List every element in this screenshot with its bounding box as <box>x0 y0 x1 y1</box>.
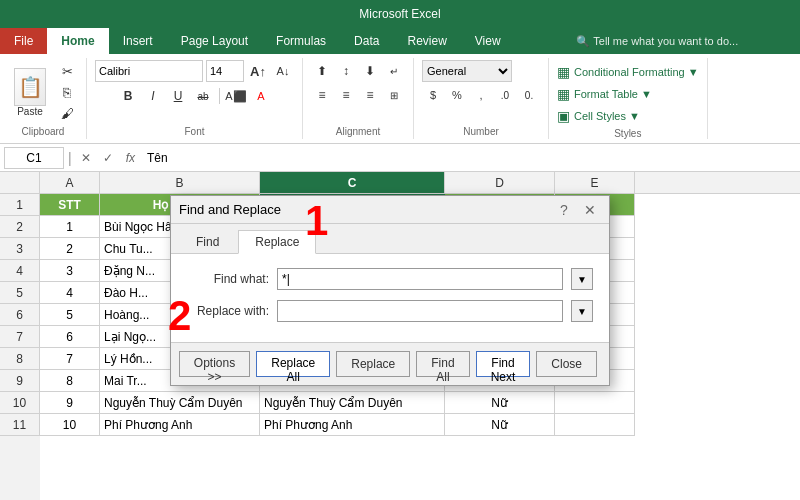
row-header-8[interactable]: 8 <box>0 348 40 370</box>
cell-styles-icon: ▣ <box>557 108 570 124</box>
tab-page-layout[interactable]: Page Layout <box>167 28 262 54</box>
tab-insert[interactable]: Insert <box>109 28 167 54</box>
cell-a10[interactable]: 9 <box>40 392 100 414</box>
dialog-tab-find[interactable]: Find <box>179 230 236 253</box>
cell-a1[interactable]: STT <box>40 194 100 216</box>
close-dialog-button[interactable]: Close <box>536 351 597 377</box>
col-header-c[interactable]: C <box>260 172 445 193</box>
cell-reference-input[interactable] <box>4 147 64 169</box>
find-dropdown-button[interactable]: ▼ <box>571 268 593 290</box>
dialog-close-button[interactable]: ✕ <box>579 199 601 221</box>
merge-center-button[interactable]: ⊞ <box>383 84 405 106</box>
tab-file[interactable]: File <box>0 28 47 54</box>
tab-review[interactable]: Review <box>393 28 460 54</box>
font-row-1: A↑ A↓ <box>95 60 294 82</box>
font-name-input[interactable] <box>95 60 203 82</box>
ribbon-tabs: File Home Insert Page Layout Formulas Da… <box>0 28 800 54</box>
row-header-2[interactable]: 2 <box>0 216 40 238</box>
dialog-help-button[interactable]: ? <box>553 199 575 221</box>
currency-button[interactable]: $ <box>422 84 444 106</box>
tab-formulas[interactable]: Formulas <box>262 28 340 54</box>
copy-button[interactable]: ⎘ <box>56 82 78 102</box>
row-header-5[interactable]: 5 <box>0 282 40 304</box>
table-row: 9 Nguyễn Thuỳ Cẩm Duyên Nguyễn Thuỳ Cẩm … <box>40 392 800 414</box>
number-format-select[interactable]: General <box>422 60 512 82</box>
cell-a3[interactable]: 2 <box>40 238 100 260</box>
decrease-decimal-button[interactable]: 0. <box>518 84 540 106</box>
cell-a9[interactable]: 8 <box>40 370 100 392</box>
cell-d11[interactable]: Nữ <box>445 414 555 436</box>
align-left-button[interactable]: ≡ <box>311 84 333 106</box>
cell-styles-button[interactable]: ▣ Cell Styles ▼ <box>555 106 701 126</box>
tab-home[interactable]: Home <box>47 28 108 54</box>
row-header-11[interactable]: 11 <box>0 414 40 436</box>
replace-all-button[interactable]: Replace All <box>256 351 330 377</box>
find-all-button[interactable]: Find All <box>416 351 469 377</box>
cell-a2[interactable]: 1 <box>40 216 100 238</box>
align-center-button[interactable]: ≡ <box>335 84 357 106</box>
align-middle-button[interactable]: ↕ <box>335 60 357 82</box>
cell-a6[interactable]: 5 <box>40 304 100 326</box>
decrease-font-button[interactable]: A↓ <box>272 60 294 82</box>
increase-decimal-button[interactable]: .0 <box>494 84 516 106</box>
cell-a11[interactable]: 10 <box>40 414 100 436</box>
cut-button[interactable]: ✂ <box>56 61 78 81</box>
cell-a8[interactable]: 7 <box>40 348 100 370</box>
underline-button[interactable]: U <box>167 85 189 107</box>
align-right-button[interactable]: ≡ <box>359 84 381 106</box>
increase-font-button[interactable]: A↑ <box>247 60 269 82</box>
cell-d10[interactable]: Nữ <box>445 392 555 414</box>
wrap-text-button[interactable]: ↵ <box>383 60 405 82</box>
conditional-formatting-button[interactable]: ▦ Conditional Formatting ▼ <box>555 62 701 82</box>
tab-data[interactable]: Data <box>340 28 393 54</box>
cell-c10[interactable]: Nguyễn Thuỳ Cẩm Duyên <box>260 392 445 414</box>
cell-e10[interactable] <box>555 392 635 414</box>
cancel-formula-icon[interactable]: ✕ <box>76 148 96 168</box>
paste-button[interactable]: 📋 Paste <box>8 64 52 121</box>
cell-a7[interactable]: 6 <box>40 326 100 348</box>
options-button[interactable]: Options >> <box>179 351 250 377</box>
dialog-title-bar[interactable]: Find and Replace ? ✕ <box>171 196 609 224</box>
bold-button[interactable]: B <box>117 85 139 107</box>
cell-c11[interactable]: Phí Phương Anh <box>260 414 445 436</box>
cell-a5[interactable]: 4 <box>40 282 100 304</box>
dialog-tab-replace[interactable]: Replace <box>238 230 316 254</box>
find-next-button[interactable]: Find Next <box>476 351 531 377</box>
replace-button[interactable]: Replace <box>336 351 410 377</box>
font-size-input[interactable] <box>206 60 244 82</box>
format-painter-button[interactable]: 🖌 <box>56 103 78 123</box>
cell-b10[interactable]: Nguyễn Thuỳ Cẩm Duyên <box>100 392 260 414</box>
row-header-10[interactable]: 10 <box>0 392 40 414</box>
align-bottom-button[interactable]: ⬇ <box>359 60 381 82</box>
cell-e11[interactable] <box>555 414 635 436</box>
number-label: Number <box>463 124 499 137</box>
fill-color-button[interactable]: A⬛ <box>225 85 247 107</box>
formula-input[interactable] <box>143 147 796 169</box>
comma-button[interactable]: , <box>470 84 492 106</box>
replace-with-field: Replace with: ▼ <box>187 300 593 322</box>
row-header-1[interactable]: 1 <box>0 194 40 216</box>
row-header-6[interactable]: 6 <box>0 304 40 326</box>
strikethrough-button[interactable]: ab <box>192 85 214 107</box>
find-what-input[interactable] <box>277 268 563 290</box>
col-header-e[interactable]: E <box>555 172 635 193</box>
align-top-button[interactable]: ⬆ <box>311 60 333 82</box>
row-header-4[interactable]: 4 <box>0 260 40 282</box>
format-table-button[interactable]: ▦ Format Table ▼ <box>555 84 701 104</box>
replace-with-input[interactable] <box>277 300 563 322</box>
cell-b11[interactable]: Phí Phương Anh <box>100 414 260 436</box>
row-header-9[interactable]: 9 <box>0 370 40 392</box>
italic-button[interactable]: I <box>142 85 164 107</box>
row-header-3[interactable]: 3 <box>0 238 40 260</box>
font-group: A↑ A↓ B I U ab A⬛ A Font <box>87 58 303 139</box>
col-header-a[interactable]: A <box>40 172 100 193</box>
col-header-b[interactable]: B <box>100 172 260 193</box>
percent-button[interactable]: % <box>446 84 468 106</box>
confirm-formula-icon[interactable]: ✓ <box>98 148 118 168</box>
font-color-button[interactable]: A <box>250 85 272 107</box>
cell-a4[interactable]: 3 <box>40 260 100 282</box>
row-header-7[interactable]: 7 <box>0 326 40 348</box>
tab-view[interactable]: View <box>461 28 515 54</box>
replace-dropdown-button[interactable]: ▼ <box>571 300 593 322</box>
col-header-d[interactable]: D <box>445 172 555 193</box>
